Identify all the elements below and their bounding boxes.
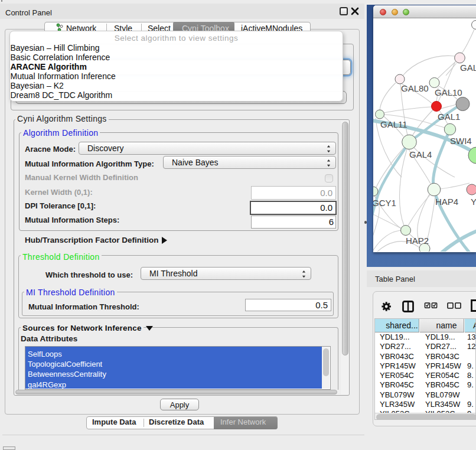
svg-text:HAP2: HAP2 [406, 236, 429, 246]
svg-text:GAL1: GAL1 [438, 112, 460, 122]
svg-text:GAL11: GAL11 [380, 119, 407, 129]
svg-text:GAL8: GAL8 [460, 63, 476, 73]
svg-text:GAL4: GAL4 [409, 149, 432, 159]
svg-text:GAL10: GAL10 [435, 87, 462, 97]
svg-text:HAP4: HAP4 [435, 197, 458, 207]
svg-text:GAL80: GAL80 [401, 83, 429, 93]
svg-text:Y: Y [471, 197, 476, 207]
svg-text:SWI4: SWI4 [450, 136, 472, 146]
svg-text:GCY1: GCY1 [373, 198, 396, 208]
